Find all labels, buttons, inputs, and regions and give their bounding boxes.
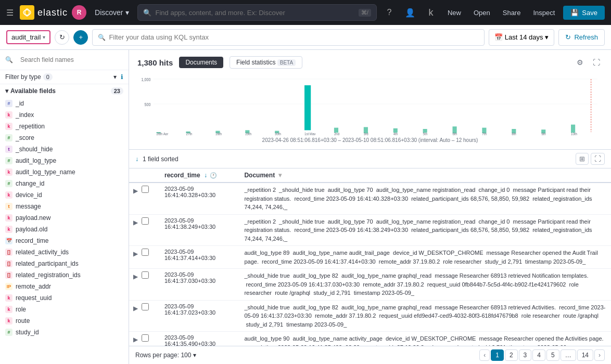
document-cell: _should_hide true audit_log_type 82 audi…: [240, 269, 611, 301]
hamburger-icon[interactable]: ☰: [6, 8, 14, 18]
field-item-route[interactable]: k route: [0, 315, 129, 327]
field-item-record-time[interactable]: 📅 record_time: [0, 235, 129, 246]
svg-text:1st May: 1st May: [304, 132, 316, 135]
expand-row-icon[interactable]: ▶: [133, 336, 138, 343]
field-item-request-uuid[interactable]: k request_uuid: [0, 292, 129, 304]
page-1-btn[interactable]: 1: [491, 349, 504, 361]
field-search-input[interactable]: [16, 54, 123, 66]
user-avatar[interactable]: R: [72, 5, 86, 20]
field-type-icon: k: [5, 214, 12, 222]
kql-filter-input[interactable]: [109, 33, 478, 41]
expand-row-icon[interactable]: ▶: [133, 187, 138, 194]
page-4-btn[interactable]: 4: [532, 349, 545, 361]
open-button[interactable]: Open: [469, 7, 494, 19]
field-item-change-id[interactable]: # change_id: [0, 178, 129, 189]
expand-row-icon[interactable]: ▶: [133, 250, 138, 257]
prev-page-btn[interactable]: ‹: [479, 349, 490, 361]
info-icon[interactable]: ℹ: [121, 73, 123, 81]
page-2-btn[interactable]: 2: [505, 349, 518, 361]
chart-settings-icon[interactable]: ⚙: [574, 56, 586, 69]
row-actions: ▶: [129, 214, 160, 246]
kql-filter-bar[interactable]: 🔍: [92, 29, 484, 46]
tab-documents[interactable]: Documents: [179, 57, 223, 68]
row-checkbox[interactable]: [142, 249, 149, 256]
search-icon: 🔍: [143, 9, 151, 17]
document-cell: audit_log_type 90 audit_log_type_name ac…: [240, 332, 611, 346]
plus-icon[interactable]: +: [73, 30, 88, 45]
chart-expand-icon[interactable]: ⛶: [590, 56, 603, 69]
field-item-audit-log-type[interactable]: # audit_log_type: [0, 155, 129, 166]
row-checkbox[interactable]: [142, 334, 149, 342]
field-type-icon: k: [5, 191, 12, 199]
filter-by-type-row[interactable]: Filter by type 0 ▾ ℹ: [0, 70, 129, 84]
share-button[interactable]: Share: [499, 7, 525, 19]
field-item-audit-log-type-name[interactable]: k audit_log_type_name: [0, 166, 129, 178]
field-item-related-participant-ids[interactable]: [] related_participant_ids: [0, 258, 129, 269]
tab-field-statistics[interactable]: Field statistics BETA: [230, 56, 302, 69]
th-document[interactable]: Document ▾: [240, 168, 611, 183]
table-row: ▶ 2023-05-0916:41:37.030+03:30 _should_h…: [129, 269, 611, 301]
calendar-icon: 📅: [494, 33, 503, 41]
svg-point-0: [23, 10, 31, 15]
field-item-related-registration-ids[interactable]: [] related_registration_ids: [0, 269, 129, 281]
index-selector[interactable]: audit_trail ▾: [6, 30, 50, 44]
field-item-study-id[interactable]: # study_id: [0, 327, 129, 338]
table-toolbar: ↓ 1 field sorted ⊞ ⛶: [129, 150, 611, 168]
content-area: 1,380 hits Documents Field statistics BE…: [129, 50, 611, 364]
field-item-id[interactable]: # _id: [0, 98, 129, 109]
rows-per-page-selector[interactable]: Rows per page: 100 ▾: [135, 352, 196, 359]
field-item-related-activity-ids[interactable]: [] related_activity_ids: [0, 246, 129, 258]
expand-row-icon[interactable]: ▶: [133, 305, 138, 312]
row-checkbox[interactable]: [142, 217, 149, 225]
expand-row-icon[interactable]: ▶: [133, 219, 138, 226]
page-14-btn[interactable]: 14: [577, 349, 593, 361]
row-checkbox[interactable]: [142, 303, 149, 310]
field-item-remote-addr[interactable]: IP remote_addr: [0, 281, 129, 292]
expand-row-icon[interactable]: ▶: [133, 273, 138, 280]
field-item-should-hide[interactable]: t _should_hide: [0, 144, 129, 155]
field-type-icon: []: [5, 271, 12, 279]
page-3-btn[interactable]: 3: [519, 349, 532, 361]
field-item-role[interactable]: k role: [0, 304, 129, 315]
field-item-repetition[interactable]: k _repetition: [0, 121, 129, 132]
chart-svg: 1,000 500: [137, 73, 603, 135]
inspect-button[interactable]: Inspect: [529, 7, 559, 19]
next-page-btn[interactable]: ›: [594, 349, 605, 361]
field-item-payload-old[interactable]: k payload.old: [0, 224, 129, 235]
global-search-input[interactable]: [156, 9, 354, 17]
field-type-icon: #: [5, 329, 12, 336]
field-type-icon: #: [5, 180, 12, 187]
field-item-message[interactable]: t message: [0, 201, 129, 212]
field-type-icon: []: [5, 249, 12, 256]
row-checkbox[interactable]: [142, 186, 149, 193]
field-item-index[interactable]: k _index: [0, 109, 129, 121]
row-actions: ▶: [129, 246, 160, 269]
discover-menu-btn[interactable]: Discover ▾: [91, 6, 133, 19]
help-icon[interactable]: ?: [381, 4, 398, 21]
save-button[interactable]: 💾 Save: [563, 6, 605, 20]
sort-icon: ↓: [135, 155, 138, 163]
row-checkbox[interactable]: [142, 271, 149, 279]
avatar-icon[interactable]: k: [423, 4, 439, 21]
svg-text:28th: 28th: [215, 132, 222, 135]
hits-count: 1,380 hits: [137, 58, 173, 67]
field-type-icon: k: [5, 111, 12, 119]
table-fullscreen-icon[interactable]: ⛶: [591, 153, 605, 165]
hits-tabs: 1,380 hits Documents Field statistics BE…: [137, 56, 603, 69]
user-menu-icon[interactable]: 👤: [402, 4, 418, 21]
field-item-device-id[interactable]: k device_id: [0, 189, 129, 201]
refresh-button[interactable]: ↻ Refresh: [558, 29, 605, 46]
sync-icon[interactable]: ↻: [55, 30, 69, 45]
global-search-bar[interactable]: 🔍 ⌘/: [137, 4, 377, 21]
field-item-score[interactable]: # _score: [0, 132, 129, 144]
page-5-btn[interactable]: 5: [546, 349, 559, 361]
svg-text:4th: 4th: [393, 132, 398, 135]
chart-actions: ⚙ ⛶: [574, 56, 603, 69]
new-button[interactable]: New: [443, 7, 465, 19]
sort-desc-icon: ↓: [204, 172, 207, 179]
date-picker-btn[interactable]: 📅 Last 14 days ▾: [489, 29, 555, 46]
table-columns-icon[interactable]: ⊞: [576, 153, 589, 165]
th-record-time[interactable]: record_time ↓ 🕐: [160, 168, 240, 183]
chevron-down-icon: ▾: [278, 172, 282, 179]
field-item-payload-new[interactable]: k payload.new: [0, 212, 129, 224]
